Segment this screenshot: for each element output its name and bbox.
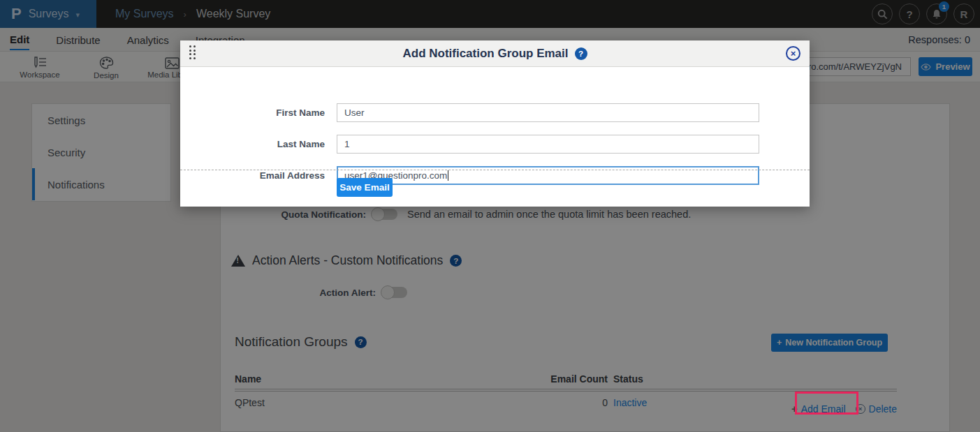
add-notification-group-email-modal: Add Notification Group Email ? × First N… bbox=[180, 40, 810, 207]
modal-title-wrap: Add Notification Group Email ? bbox=[180, 40, 810, 67]
first-name-label: First Name bbox=[180, 103, 325, 122]
modal-title: Add Notification Group Email bbox=[402, 47, 568, 61]
close-icon[interactable]: × bbox=[786, 46, 800, 61]
first-name-field[interactable] bbox=[337, 103, 759, 122]
app-window: P Surveys ▾ My Surveys › Weekly Survey ?… bbox=[0, 0, 980, 432]
help-icon[interactable]: ? bbox=[575, 47, 587, 60]
add-email-highlight-box bbox=[795, 392, 858, 415]
last-name-row: Last Name bbox=[180, 135, 810, 154]
first-name-row: First Name bbox=[180, 103, 810, 122]
save-email-button[interactable]: Save Email bbox=[337, 178, 393, 197]
last-name-field[interactable] bbox=[337, 135, 759, 154]
last-name-label: Last Name bbox=[180, 135, 325, 154]
modal-separator bbox=[180, 170, 810, 170]
modal-header: Add Notification Group Email ? × bbox=[180, 40, 810, 67]
text-cursor bbox=[448, 170, 448, 181]
